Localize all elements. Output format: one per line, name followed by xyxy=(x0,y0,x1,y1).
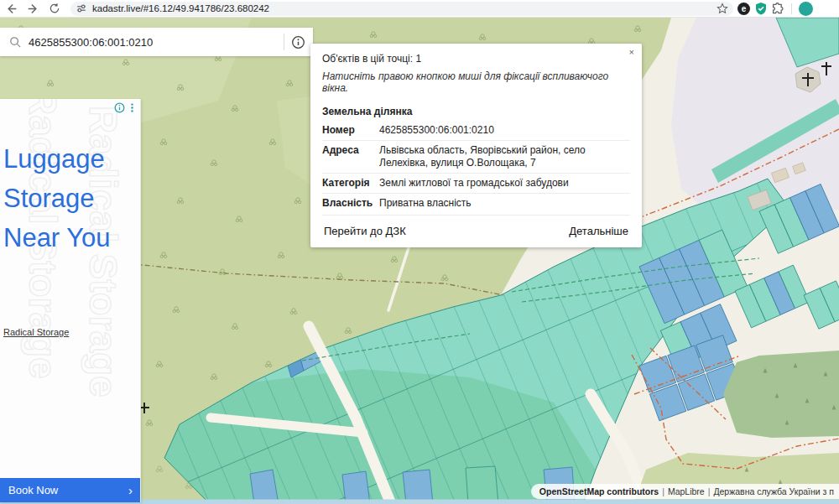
ad-watermark: Radical Storage xyxy=(0,250,5,502)
search-divider xyxy=(284,34,284,50)
attribution-osm[interactable]: OpenStreetMap contributors xyxy=(539,486,659,496)
browser-toolbar: kadastr.live/#16.12/49.941786/23.680242 … xyxy=(0,0,839,18)
table-row: Номер 4625855300:06:001:0210 xyxy=(322,121,630,140)
site-info-icon[interactable] xyxy=(76,3,87,14)
ad-panel[interactable]: Radical Storage Radical Storage Radical … xyxy=(0,99,141,502)
row-label: Адреса xyxy=(322,144,379,169)
address-bar[interactable]: kadastr.live/#16.12/49.941786/23.680242 xyxy=(70,2,733,16)
extension-e-icon[interactable]: e xyxy=(737,3,750,15)
profile-avatar-icon[interactable] xyxy=(799,2,813,16)
row-value: Львівська область, Яворівський район, се… xyxy=(379,144,630,169)
attribution-maplibre[interactable]: MapLibre xyxy=(668,486,705,496)
row-label: Номер xyxy=(322,124,379,137)
row-value: 4625855300:06:001:0210 xyxy=(379,124,630,137)
goto-dzk-button[interactable]: Перейти до ДЗК xyxy=(322,223,408,239)
row-value: Землі житлової та громадської забудови xyxy=(379,177,630,190)
map-attribution: OpenStreetMap contributors | MapLibre | … xyxy=(531,484,839,499)
table-row: Власність Приватна власність xyxy=(322,193,630,213)
row-label: Власність xyxy=(322,197,379,210)
url-text: kadastr.live/#16.12/49.941786/23.680242 xyxy=(92,3,717,13)
feature-popup: × Об'єктів в цій точці: 1 Натисніть прав… xyxy=(310,44,642,247)
search-bar[interactable] xyxy=(0,28,313,56)
info-circle-icon[interactable] xyxy=(291,35,305,49)
extensions-puzzle-icon[interactable] xyxy=(771,3,784,15)
row-value: Приватна власність xyxy=(379,197,630,210)
section-title: Земельна ділянка xyxy=(322,106,630,117)
search-icon xyxy=(9,36,22,49)
forest-patch-dark xyxy=(723,351,839,438)
shield-check-icon[interactable] xyxy=(754,2,768,15)
back-icon[interactable] xyxy=(0,0,22,18)
reload-icon[interactable] xyxy=(44,0,65,18)
toolbar-divider xyxy=(791,3,792,14)
attribution-gov[interactable]: Державна служба України з п xyxy=(713,486,834,496)
ad-info-icon[interactable] xyxy=(114,102,125,113)
bookmark-star-icon[interactable] xyxy=(717,3,728,14)
row-label: Категорія xyxy=(322,177,379,190)
ad-menu-icon[interactable] xyxy=(127,102,138,113)
chevron-right-icon: › xyxy=(128,483,133,497)
popup-hint: Натисніть правою кнопкою миші для фіксац… xyxy=(322,70,630,94)
ad-advertiser-link[interactable]: Radical Storage xyxy=(3,327,69,337)
objects-count: Об'єктів в цій точці: 1 xyxy=(322,53,630,65)
search-input[interactable] xyxy=(29,36,284,49)
table-row: Категорія Землі житлової та громадської … xyxy=(322,173,630,193)
book-now-button[interactable]: Book Now › xyxy=(0,478,141,502)
forward-icon[interactable] xyxy=(22,0,44,18)
toolbar-right: e xyxy=(733,0,813,18)
table-row: Адреса Львівська область, Яворівський ра… xyxy=(322,140,630,173)
details-button[interactable]: Детальніше xyxy=(567,223,630,239)
ad-headline: Luggage Storage Near You xyxy=(3,139,141,257)
close-icon[interactable]: × xyxy=(629,48,634,57)
cta-label: Book Now xyxy=(8,484,58,496)
